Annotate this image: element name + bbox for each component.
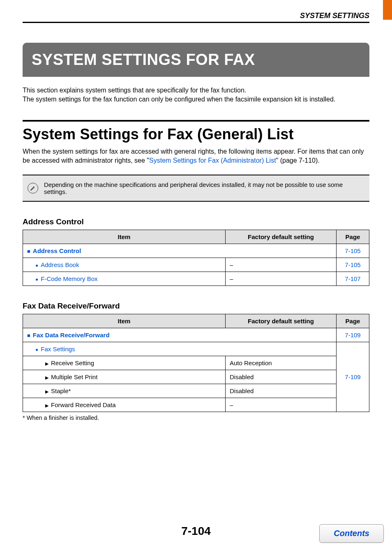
cell-default: – [226, 398, 337, 412]
col-item: Item [23, 314, 226, 328]
intro-line-2: The system settings for the fax function… [23, 95, 369, 104]
cell-page[interactable]: 7-109 [337, 342, 369, 412]
table-row: F-Code Memory Box – 7-107 [23, 272, 369, 286]
cell-item: Forward Received Data [23, 398, 226, 412]
staple-label: Staple* [45, 387, 71, 394]
address-book-link[interactable]: Address Book [35, 261, 79, 268]
section-rule [23, 120, 369, 122]
address-control-heading: Address Control [23, 217, 369, 226]
table-row: Address Control 7-105 [23, 244, 369, 258]
fcode-memory-box-link[interactable]: F-Code Memory Box [35, 275, 98, 282]
cell-page[interactable]: 7-109 [337, 328, 369, 342]
col-item: Item [23, 230, 226, 244]
cell-item: Receive Setting [23, 356, 226, 370]
cell-item: Staple* [23, 384, 226, 398]
table-row: Forward Received Data – [23, 398, 369, 412]
table-row: Address Book – 7-105 [23, 258, 369, 272]
multiple-set-print-label: Multiple Set Print [45, 373, 97, 380]
intro-line-1: This section explains system settings th… [23, 86, 369, 95]
header-bar: SYSTEM SETTINGS [23, 0, 369, 23]
col-factory-default: Factory default setting [226, 230, 337, 244]
pencil-note-icon [28, 183, 38, 193]
cell-page[interactable]: 7-107 [337, 272, 369, 286]
cell-item: Address Control [23, 244, 337, 258]
receive-setting-label: Receive Setting [45, 359, 94, 366]
cell-default: – [226, 258, 337, 272]
table-row: Fax Data Receive/Forward 7-109 [23, 328, 369, 342]
intro-text: This section explains system settings th… [23, 86, 369, 104]
table-row: Receive Setting Auto Reception [23, 356, 369, 370]
cell-default: Disabled [226, 384, 337, 398]
col-page: Page [337, 314, 369, 328]
cell-item: Fax Settings [23, 342, 337, 356]
table-row: Fax Settings 7-109 [23, 342, 369, 356]
cell-default: – [226, 272, 337, 286]
main-title: SYSTEM SETTINGS FOR FAX [23, 43, 369, 77]
accent-corner [383, 0, 392, 20]
breadcrumb: SYSTEM SETTINGS [300, 12, 369, 20]
table-header-row: Item Factory default setting Page [23, 314, 369, 328]
cell-page[interactable]: 7-105 [337, 244, 369, 258]
admin-list-link[interactable]: System Settings for Fax (Administrator) … [149, 157, 276, 164]
fax-settings-link[interactable]: Fax Settings [35, 345, 75, 352]
cell-default: Auto Reception [226, 356, 337, 370]
cell-page[interactable]: 7-105 [337, 258, 369, 272]
col-page: Page [337, 230, 369, 244]
fax-data-heading: Fax Data Receive/Forward [23, 302, 369, 311]
section-intro-part2: " (page 7-110). [276, 157, 320, 164]
section-title: System Settings for Fax (General) List [23, 126, 369, 143]
cell-item: Multiple Set Print [23, 370, 226, 384]
contents-button[interactable]: Contents [319, 524, 384, 543]
col-factory-default: Factory default setting [226, 314, 337, 328]
fax-data-table: Item Factory default setting Page Fax Da… [23, 314, 369, 412]
address-control-link[interactable]: Address Control [27, 247, 81, 254]
table-row: Staple* Disabled [23, 384, 369, 398]
cell-default: Disabled [226, 370, 337, 384]
note-box: Depending on the machine specifications … [23, 175, 369, 202]
footnote: * When a finisher is installed. [23, 415, 369, 421]
cell-item: F-Code Memory Box [23, 272, 226, 286]
fax-data-receive-forward-link[interactable]: Fax Data Receive/Forward [27, 332, 110, 339]
table-row: Multiple Set Print Disabled [23, 370, 369, 384]
address-control-table: Item Factory default setting Page Addres… [23, 230, 369, 286]
forward-received-data-label: Forward Received Data [45, 401, 116, 408]
section-intro: When the system settings for fax are acc… [23, 147, 369, 166]
cell-item: Fax Data Receive/Forward [23, 328, 337, 342]
table-header-row: Item Factory default setting Page [23, 230, 369, 244]
note-text: Depending on the machine specifications … [44, 181, 364, 195]
cell-item: Address Book [23, 258, 226, 272]
